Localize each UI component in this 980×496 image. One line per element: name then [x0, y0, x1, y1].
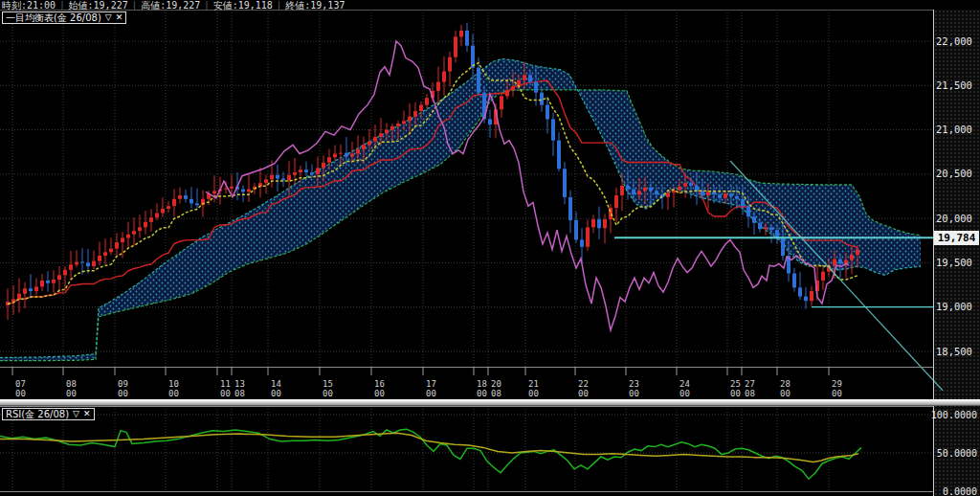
close-icon[interactable]: ✕ [83, 409, 91, 419]
quote-low: 安値:19,118 [213, 0, 273, 11]
candle-body [781, 237, 785, 256]
x-axis-day-label: 18 [477, 379, 487, 389]
candle-body [856, 250, 859, 256]
header-separator: | [277, 0, 281, 11]
price-axis-label: 20,000 [936, 213, 972, 224]
x-axis-day-label: 08 [66, 379, 77, 389]
candle-body [322, 163, 325, 169]
main-chart-canvas[interactable]: 0700080009001000110013081400150016001700… [0, 0, 980, 496]
candle-body [500, 96, 503, 109]
candle-body [264, 179, 268, 183]
candle-body [643, 188, 647, 192]
candle-body [121, 238, 124, 243]
trading-chart-window: 時刻:21:00 | 始値:19,227 | 高値:19,227 | 安値:19… [0, 0, 980, 496]
candle-body [92, 261, 96, 267]
candle-body [689, 183, 693, 186]
candle-body [149, 217, 153, 222]
x-axis-day-label: 28 [780, 379, 791, 389]
candle-body [804, 297, 808, 302]
rsi-plot [0, 429, 861, 479]
x-axis-day-label: 10 [168, 379, 179, 389]
candle-body [40, 281, 44, 286]
candle-body [379, 133, 383, 137]
candle-body [304, 169, 308, 172]
candle-body [746, 206, 750, 216]
candle-body [178, 195, 182, 199]
rsi-axis-label: 50.0000 [937, 448, 977, 459]
candle-body [597, 219, 601, 228]
x-axis-day-label: 20 [491, 379, 501, 389]
candle-body [775, 230, 779, 237]
collapse-icon[interactable]: ▽ [73, 409, 79, 419]
candle-body [580, 239, 584, 246]
close-icon[interactable]: ✕ [116, 12, 123, 23]
candle-body [339, 153, 343, 154]
quote-header: 時刻:21:00 | 始値:19,227 | 高値:19,227 | 安値:19… [0, 0, 980, 11]
rsi-fast-line [0, 429, 861, 479]
candle-body [666, 192, 670, 197]
x-axis-hour-label: 00 [15, 389, 26, 398]
candle-body [385, 130, 389, 134]
candle-body [52, 280, 56, 283]
rsi-indicator-label[interactable]: RSI(金 26/08) ▽ ✕ [2, 408, 95, 420]
candle-body [678, 187, 681, 191]
x-axis-hour-label: 00 [66, 389, 77, 398]
candle-body [546, 105, 549, 120]
candle-body [270, 175, 274, 180]
candle-body [293, 172, 297, 175]
candle-body [620, 186, 624, 195]
x-axis-day-label: 07 [15, 379, 26, 389]
candle-body [511, 86, 515, 90]
candle-body [138, 227, 142, 231]
candle-body [769, 227, 773, 230]
x-axis-day-label: 22 [578, 379, 589, 389]
candle-body [46, 281, 50, 283]
candle-body [390, 126, 394, 130]
candle-body [454, 36, 457, 56]
candle-body [798, 287, 802, 296]
x-axis-hour-label: 00 [679, 389, 690, 398]
candle-body [63, 270, 67, 276]
candle-body [603, 219, 607, 228]
x-axis-hour-label: 08 [491, 389, 501, 398]
candles-group [6, 23, 859, 320]
candle-body [632, 190, 635, 195]
x-axis-day-label: 13 [234, 379, 245, 389]
candle-body [155, 214, 159, 218]
collapse-icon[interactable]: ▽ [105, 12, 112, 23]
candle-body [591, 219, 595, 227]
candle-body [741, 199, 745, 206]
candle-body [614, 195, 618, 208]
candle-body [586, 227, 590, 246]
x-axis-day-label: 14 [271, 379, 281, 389]
candle-body [402, 121, 406, 124]
candle-body [712, 192, 716, 194]
candle-body [11, 299, 15, 302]
x-axis-hour-label: 00 [118, 389, 128, 398]
quote-close: 終値:19,137 [285, 0, 345, 11]
candle-body [523, 75, 526, 80]
candle-body [637, 191, 641, 194]
panel-splitter-handle[interactable] [0, 399, 980, 406]
quote-high: 高値:19,227 [141, 0, 200, 11]
candle-body [29, 288, 33, 291]
candle-body [287, 175, 291, 181]
candle-body [752, 216, 756, 222]
candle-body [144, 222, 147, 228]
candle-body [425, 98, 429, 104]
candle-body [172, 199, 176, 206]
candle-body [17, 294, 21, 300]
current-price-tag: 19,784 [934, 231, 979, 245]
candle-body [764, 227, 768, 229]
candle-body [316, 168, 320, 173]
candle-body [333, 154, 337, 158]
candle-body [241, 190, 245, 192]
price-axis: 22,00021,50021,00020,50020,00019,50019,0… [936, 35, 972, 357]
candle-body [98, 256, 101, 261]
candle-body [212, 191, 216, 193]
candle-body [362, 145, 366, 149]
x-axis-hour-label: 00 [426, 389, 436, 398]
candle-body [189, 199, 193, 204]
x-axis-hour-label: 08 [745, 389, 755, 398]
ichimoku-indicator-label[interactable]: 一目均衡表(金 26/08) ▽ ✕ [2, 11, 126, 24]
